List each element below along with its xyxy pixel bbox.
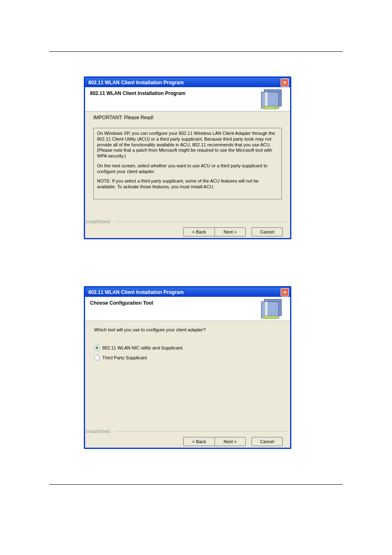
important-heading: IMPORTANT: Please Read!: [93, 115, 154, 120]
installshield-label: InstallShield: [86, 429, 110, 434]
dialog-footer: InstallShield < Back Next > Cancel: [85, 217, 290, 238]
cancel-button[interactable]: Cancel: [251, 227, 283, 236]
radio-icon[interactable]: [94, 345, 100, 351]
radio-option-acu[interactable]: 802.11 WLAN NIC utility and Supplicant.: [94, 345, 184, 351]
banner: Choose Configuration Tool: [85, 297, 290, 321]
installer-graphic-icon: [242, 89, 287, 109]
next-button[interactable]: Next >: [214, 227, 246, 236]
header-rule: [49, 51, 343, 52]
close-icon[interactable]: ×: [281, 288, 289, 296]
info-paragraph-3: NOTE: If you select a third party suppli…: [97, 178, 278, 190]
footer-divider: [115, 431, 288, 432]
info-text-box: On Windows XP, you can configure your 80…: [93, 128, 282, 199]
title-bar[interactable]: 802.11 WLAN Client Installation Program …: [85, 78, 290, 87]
radio-dot-icon: [96, 347, 98, 349]
radio-icon[interactable]: [94, 355, 100, 361]
button-row: < Back Next > Cancel: [183, 227, 283, 236]
svg-point-5: [261, 316, 279, 319]
button-row: < Back Next > Cancel: [183, 437, 283, 446]
radio-label: 802.11 WLAN NIC utility and Supplicant.: [102, 345, 184, 350]
back-button[interactable]: < Back: [183, 227, 214, 236]
cancel-button[interactable]: Cancel: [251, 437, 283, 446]
installshield-label: InstallShield: [86, 219, 110, 224]
installer-graphic-icon: [242, 298, 287, 319]
banner: 802.11 WLAN Client Installation Program: [85, 87, 290, 111]
title-bar[interactable]: 802.11 WLAN Client Installation Program …: [85, 287, 290, 297]
info-paragraph-2: On the next screen, select whether you w…: [97, 163, 278, 175]
svg-point-2: [261, 106, 279, 109]
next-button[interactable]: Next >: [214, 437, 246, 446]
dialog-footer: InstallShield < Back Next > Cancel: [85, 427, 290, 448]
window-title: 802.11 WLAN Client Installation Program: [88, 289, 184, 295]
close-icon[interactable]: ×: [281, 79, 289, 87]
footer-rule: [49, 484, 343, 485]
radio-option-third-party[interactable]: Third Party Supplicant: [94, 355, 147, 361]
info-paragraph-1: On Windows XP, you can configure your 80…: [97, 131, 278, 159]
radio-label: Third Party Supplicant: [102, 355, 147, 360]
dialog-body: Which tool will you use to configure you…: [85, 321, 290, 427]
installer-dialog-choose-tool: 802.11 WLAN Client Installation Program …: [84, 286, 291, 449]
back-button[interactable]: < Back: [183, 437, 214, 446]
installer-dialog-important: 802.11 WLAN Client Installation Program …: [84, 76, 291, 239]
banner-title: 802.11 WLAN Client Installation Program: [90, 90, 185, 96]
document-page: 802.11 WLAN Client Installation Program …: [0, 0, 392, 555]
window-title: 802.11 WLAN Client Installation Program: [88, 80, 184, 86]
footer-divider: [115, 222, 288, 222]
dialog-body: IMPORTANT: Please Read! On Windows XP, y…: [85, 111, 290, 217]
question-label: Which tool will you use to configure you…: [94, 327, 205, 332]
banner-title: Choose Configuration Tool: [90, 300, 153, 306]
